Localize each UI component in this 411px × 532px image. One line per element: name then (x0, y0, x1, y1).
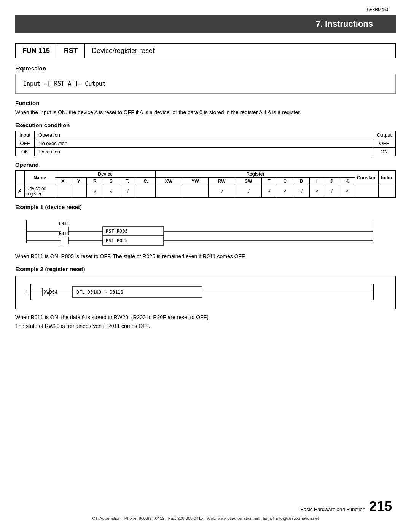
exec-col-output: Output (373, 131, 395, 139)
op-a-Cd (136, 185, 155, 198)
exec-row1-output: OFF (373, 139, 395, 148)
table-row: OFF No execution OFF (16, 139, 396, 148)
doc-number: 6F3B0250 (0, 0, 411, 12)
footer-label: Basic Hardware and Function (300, 506, 365, 512)
op-a-RW: √ (208, 185, 235, 198)
op-a-XW (156, 185, 182, 198)
op-a-D: √ (293, 185, 309, 198)
operand-col-X: X (55, 178, 71, 185)
op-a-S: √ (103, 185, 119, 198)
table-row: A Device orregister √ √ √ √ √ √ √ √ √ √ … (16, 185, 396, 198)
op-a-index (379, 185, 396, 198)
op-a-I: √ (310, 185, 324, 198)
operand-col-R: R (87, 178, 103, 185)
example2-text: When R011 is ON, the data 0 is stored in… (15, 313, 396, 330)
operand-col-index: Index (379, 171, 396, 185)
exec-col-operation: Operation (35, 131, 373, 139)
example1-svg: R011 RST R005 R011 RST R025 (15, 216, 388, 246)
exec-row1-input: OFF (16, 139, 35, 148)
svg-text:RST   R005: RST R005 (106, 228, 128, 234)
operand-table: Name Device Register Constant Index X Y … (15, 170, 396, 198)
operand-col-op (16, 171, 25, 185)
operand-col-name: Name (25, 171, 55, 185)
footer-main: Basic Hardware and Function 215 (0, 498, 411, 514)
expression-header: Expression (15, 65, 396, 72)
fun-block: FUN 115 RST Device/register reset (15, 43, 396, 58)
footer-contact: CTi Automation - Phone: 800.894.0412 - F… (92, 516, 319, 521)
fun-description: Device/register reset (85, 44, 395, 58)
op-a-YW (182, 185, 208, 198)
op-a-R: √ (87, 185, 103, 198)
expression-content: Input –[ RST A ]– Output (23, 80, 106, 87)
exec-row2-output: ON (373, 148, 395, 156)
expression-box: Input –[ RST A ]– Output (15, 74, 396, 94)
operand-col-constant: Constant (355, 171, 379, 185)
footer-divider (15, 496, 396, 496)
op-a-Td: √ (119, 185, 136, 198)
exec-row2-operation: Execution (35, 148, 373, 156)
op-a-SW: √ (235, 185, 261, 198)
operand-col-K: K (339, 178, 355, 185)
operand-col-T: T. (119, 178, 136, 185)
op-a-C2: √ (277, 185, 293, 198)
op-a-Y (71, 185, 87, 198)
operand-col-XW: XW (156, 178, 182, 185)
operand-col-D: D (293, 178, 309, 185)
op-a-X (55, 185, 71, 198)
function-text: When the input is ON, the device A is re… (15, 109, 396, 117)
svg-text:1: 1 (25, 289, 28, 294)
execution-table: Input Operation Output OFF No execution … (15, 131, 396, 156)
op-a: A (16, 185, 25, 198)
example2-header: Example 2 (register reset) (15, 266, 396, 272)
operand-col-C: C. (136, 178, 155, 185)
op-a-name: Device orregister (25, 185, 55, 198)
operand-col-C2: C (277, 178, 293, 185)
page-footer: Basic Hardware and Function 215 CTi Auto… (0, 496, 411, 521)
svg-text:RST   R025: RST R025 (106, 238, 128, 243)
function-header: Function (15, 100, 396, 106)
operand-col-I: I (310, 178, 324, 185)
fun-number: FUN 115 (16, 44, 57, 58)
svg-text:DFL  D0100  →  D0110: DFL D0100 → D0110 (76, 289, 123, 295)
exec-row1-operation: No execution (35, 139, 373, 148)
execution-condition-header: Execution condition (15, 122, 396, 128)
operand-col-register: Register (156, 171, 355, 178)
example1-diagram: R011 RST R005 R011 RST R025 (15, 214, 396, 248)
operand-col-T2: T (261, 178, 277, 185)
operand-col-YW: YW (182, 178, 208, 185)
operand-col-Y: Y (71, 178, 87, 185)
operand-col-SW: SW (235, 178, 261, 185)
operand-col-S: S (103, 178, 119, 185)
svg-text:R011: R011 (59, 221, 69, 226)
fun-mnemonic: RST (57, 44, 85, 58)
op-a-T2: √ (261, 185, 277, 198)
operand-col-RW: RW (208, 178, 235, 185)
example1-header: Example 1 (device reset) (15, 204, 396, 210)
operand-header: Operand (15, 161, 396, 168)
table-row: ON Execution ON (16, 148, 396, 156)
footer-page-number: 215 (369, 498, 392, 514)
svg-text:R011: R011 (59, 231, 69, 236)
exec-col-input: Input (16, 131, 35, 139)
example1-text: When R011 is ON, R005 is reset to OFF. T… (15, 252, 396, 260)
example2-diagram: 1 XW004 DFL D0100 → D0110 (15, 276, 396, 309)
example2-svg: 1 XW004 DFL D0100 → D0110 (23, 283, 381, 302)
section-title: 7. Instructions (15, 15, 396, 33)
exec-row2-input: ON (16, 148, 35, 156)
op-a-constant (355, 185, 379, 198)
operand-col-device: Device (55, 171, 156, 178)
op-a-J: √ (324, 185, 339, 198)
op-a-K: √ (339, 185, 355, 198)
operand-col-J: J (324, 178, 339, 185)
